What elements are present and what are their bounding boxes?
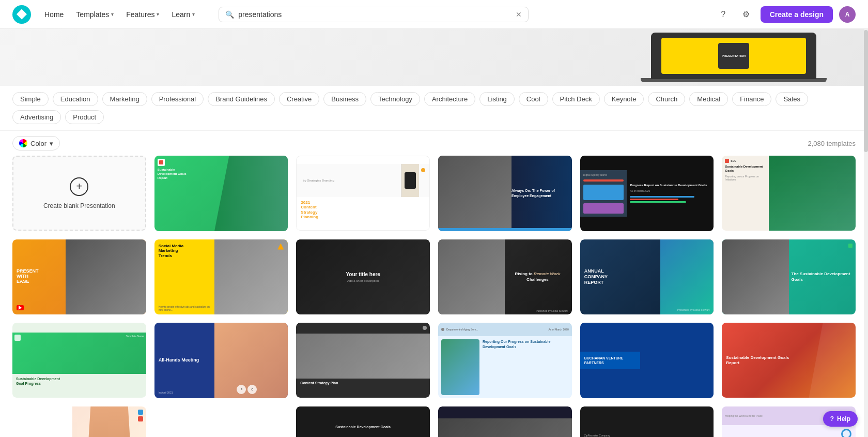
filter-business[interactable]: Business bbox=[323, 92, 366, 106]
filter-listing[interactable]: Listing bbox=[479, 92, 515, 106]
color-chevron-icon: ▾ bbox=[50, 140, 53, 147]
template-sdg-field[interactable]: SDG Sustainable Development Goals Report… bbox=[722, 156, 856, 231]
filter-professional[interactable]: Professional bbox=[151, 92, 204, 106]
logo-icon bbox=[17, 9, 27, 20]
canva-logo[interactable] bbox=[12, 5, 31, 24]
filter-technology[interactable]: Technology bbox=[370, 92, 420, 106]
search-bar: 🔍 ✕ bbox=[219, 7, 529, 22]
laptop-screen: PRESENTATION bbox=[661, 38, 806, 74]
color-filter-button[interactable]: Color ▾ bbox=[12, 136, 60, 150]
creativity-badge: C bbox=[247, 385, 257, 394]
template-annual[interactable]: ANNUALCOMPANYREPORT Presented by Rufus S… bbox=[580, 239, 714, 315]
title-here-sub: Add a short description bbox=[346, 279, 380, 282]
template-sdg-goal-progress[interactable]: Template Name Sustainable DevelopmentGoa… bbox=[12, 323, 146, 398]
cp-dot bbox=[423, 326, 427, 330]
create-blank-inner: + Create blank Presentation bbox=[12, 156, 146, 231]
cs-dot bbox=[421, 168, 425, 172]
nav-features[interactable]: Features ▾ bbox=[121, 7, 164, 22]
features-chevron-icon: ▾ bbox=[157, 11, 159, 17]
template-sustdev-teal[interactable]: The Sustainable Development Goals bbox=[722, 239, 856, 314]
clear-search-icon[interactable]: ✕ bbox=[516, 10, 522, 19]
template-present[interactable]: PRESENTWITHEASE bbox=[12, 239, 146, 314]
filter-simple[interactable]: Simple bbox=[12, 92, 49, 106]
template-sustdev-the[interactable]: The Sustainable Development Goals bbox=[438, 406, 572, 438]
youtube-icon bbox=[17, 305, 24, 310]
help-button-float[interactable]: ? Help bbox=[823, 411, 858, 427]
template-sdg2025[interactable]: SDG Progress Report 2025 bbox=[154, 406, 288, 438]
filter-keynote[interactable]: Keynote bbox=[604, 92, 644, 106]
sustdev-text: The Sustainable Development Goals bbox=[792, 272, 851, 282]
laptop-illustration: PRESENTATION bbox=[641, 33, 827, 82]
sustdev-dot bbox=[848, 244, 853, 248]
sdg-prog-photo: Template Name bbox=[12, 333, 146, 374]
help-button[interactable]: ? bbox=[715, 6, 732, 23]
template-employee[interactable]: Always On: The Power of Employee Engagem… bbox=[438, 156, 572, 231]
template-allhands[interactable]: All-Hands Meeting In April 2021 P C bbox=[154, 323, 288, 398]
filter-church[interactable]: Church bbox=[648, 92, 685, 106]
filter-marketing[interactable]: Marketing bbox=[102, 92, 147, 106]
sdg-orange-text: Sustainable Development Goals Report bbox=[726, 355, 799, 366]
hero-banner: PRESENTATION bbox=[0, 29, 868, 86]
filter-advertising[interactable]: Advertising bbox=[12, 110, 61, 124]
learn-chevron-icon: ▾ bbox=[192, 11, 195, 17]
template-sdg-report-orange[interactable]: Sustainable Development Goals Report bbox=[722, 323, 856, 398]
template-remote[interactable]: Rising to Remote Work Challenges Publish… bbox=[438, 239, 572, 315]
cs-title: ContentStrategyPlanning bbox=[301, 205, 425, 220]
template-title-here[interactable]: Your title here Add a short description bbox=[296, 239, 430, 314]
template-reporting2[interactable]: ZipRecruiter Company Reporting On Our Pr… bbox=[580, 406, 714, 438]
allhands-text: All-Hands Meeting bbox=[159, 357, 212, 364]
help-label: Help bbox=[837, 415, 850, 423]
template-sdg-green[interactable]: Sustainable Development Goals Report bbox=[154, 156, 288, 231]
nav-learn[interactable]: Learn ▾ bbox=[166, 7, 200, 22]
scrollbar-thumb[interactable] bbox=[864, 30, 868, 153]
template-sustdev-goals-dark[interactable]: Sustainable Development Goals bbox=[296, 406, 430, 438]
social-text: Social MediaMarketingTrends bbox=[159, 244, 219, 259]
template-reporting-progress[interactable]: Department of Aging Serv... As of March … bbox=[438, 323, 572, 398]
avatar[interactable]: A bbox=[839, 6, 856, 23]
search-icon: 🔍 bbox=[225, 10, 234, 19]
cs-phone bbox=[401, 164, 419, 198]
filter-cool[interactable]: Cool bbox=[519, 92, 548, 106]
filter-product[interactable]: Product bbox=[65, 110, 104, 124]
search-input[interactable] bbox=[238, 10, 512, 19]
template-newhire[interactable]: New Hire Resources bbox=[12, 406, 146, 438]
create-blank-card[interactable]: + Create blank Presentation bbox=[12, 156, 146, 231]
nav-home[interactable]: Home bbox=[39, 7, 69, 22]
field-image bbox=[214, 156, 288, 231]
template-progress-dark[interactable]: Digital Agency Name Progress Report on S… bbox=[580, 156, 714, 231]
scrollbar[interactable] bbox=[864, 29, 868, 437]
sustdev-dark-photo bbox=[438, 418, 572, 437]
title-here-text: Your title here bbox=[346, 272, 380, 277]
prog-agency: Digital Agency Name bbox=[583, 173, 624, 177]
passion-badge: P bbox=[237, 385, 246, 394]
reporting-title: Reporting Our Progress on Sustainable De… bbox=[483, 339, 569, 350]
template-social[interactable]: Social MediaMarketingTrends How to creat… bbox=[154, 239, 288, 315]
filters-bar: Simple Education Marketing Professional … bbox=[0, 86, 868, 131]
grid-layout: + Create blank Presentation Sustainable … bbox=[12, 156, 856, 437]
cp-photo bbox=[296, 334, 430, 379]
filter-sales[interactable]: Sales bbox=[776, 92, 808, 106]
template-buchanan[interactable]: BUCHANAN VENTURE PARTNERS bbox=[580, 323, 714, 398]
filter-medical[interactable]: Medical bbox=[689, 92, 728, 106]
filter-brand[interactable]: Brand Guidelines bbox=[208, 92, 275, 106]
newhire-person bbox=[86, 406, 133, 438]
templates-grid: + Create blank Presentation Sustainable … bbox=[0, 156, 868, 437]
nav-templates[interactable]: Templates ▾ bbox=[71, 7, 119, 22]
header: Home Templates ▾ Features ▾ Learn ▾ 🔍 ✕ … bbox=[0, 0, 868, 29]
templates-chevron-icon: ▾ bbox=[111, 11, 114, 17]
emp-bar bbox=[438, 228, 572, 231]
laptop-screen-content: PRESENTATION bbox=[718, 43, 749, 69]
filter-finance[interactable]: Finance bbox=[732, 92, 771, 106]
annual-text: ANNUALCOMPANYREPORT bbox=[584, 268, 658, 285]
filter-pitch[interactable]: Pitch Deck bbox=[552, 92, 600, 106]
filter-education[interactable]: Education bbox=[53, 92, 98, 106]
remote-photo bbox=[438, 239, 505, 315]
filter-creative[interactable]: Creative bbox=[279, 92, 319, 106]
filter-architecture[interactable]: Architecture bbox=[424, 92, 475, 106]
template-content-plan[interactable]: Content Strategy Plan bbox=[296, 323, 430, 398]
create-design-button[interactable]: Create a design bbox=[761, 6, 833, 23]
buchanan-text: BUCHANAN VENTURE PARTNERS bbox=[584, 356, 636, 365]
color-filter-label: Color bbox=[30, 140, 47, 147]
template-content-strategy[interactable]: by Strategies Branding 2021 ContentStrat… bbox=[296, 156, 430, 231]
settings-button[interactable]: ⚙ bbox=[738, 6, 754, 23]
